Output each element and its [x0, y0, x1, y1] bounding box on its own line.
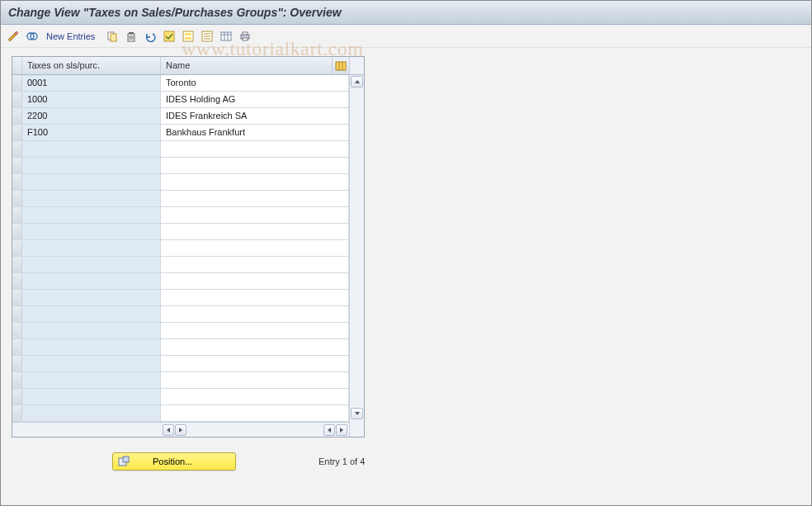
application-toolbar: New Entries — [0, 25, 812, 48]
page-title: Change View "Taxes on Sales/Purchases Gr… — [8, 6, 342, 19]
cell-code[interactable] — [22, 306, 161, 322]
cell-code[interactable] — [22, 257, 161, 272]
other-view-icon[interactable] — [24, 28, 40, 45]
row-selector[interactable] — [12, 339, 22, 355]
row-selector[interactable] — [12, 323, 22, 338]
table-row — [12, 240, 349, 257]
row-selector[interactable] — [12, 75, 22, 91]
row-selector[interactable] — [12, 108, 22, 124]
deselect-all-icon[interactable] — [199, 28, 215, 45]
table-row — [12, 372, 349, 389]
row-selector[interactable] — [12, 125, 22, 140]
scroll-right-icon[interactable] — [175, 424, 186, 436]
row-selector[interactable] — [12, 207, 22, 223]
cell-name[interactable] — [161, 257, 349, 272]
select-all-column-header[interactable] — [12, 57, 22, 74]
toggle-display-change-icon[interactable] — [5, 28, 21, 45]
cell-code[interactable] — [22, 273, 161, 289]
cell-code[interactable] — [22, 240, 161, 256]
cell-code[interactable] — [22, 323, 161, 338]
column-header-code[interactable]: Taxes on sls/purc. — [22, 57, 161, 74]
table-row — [12, 174, 349, 191]
row-selector[interactable] — [12, 389, 22, 404]
table-row — [12, 141, 349, 158]
row-selector[interactable] — [12, 158, 22, 173]
row-selector[interactable] — [12, 356, 22, 371]
cell-name[interactable] — [161, 389, 349, 404]
cell-name[interactable] — [161, 141, 349, 157]
scroll-left-end-icon[interactable] — [323, 424, 335, 436]
cell-name[interactable]: IDES Holding AG — [161, 92, 349, 107]
cell-name[interactable] — [161, 158, 349, 173]
svg-rect-10 — [183, 31, 193, 41]
undo-icon[interactable] — [142, 28, 158, 45]
position-button[interactable]: Position... — [112, 452, 236, 471]
vertical-scrollbar — [349, 57, 364, 437]
cell-name[interactable]: Bankhaus Frankfurt — [161, 125, 349, 140]
cell-name[interactable] — [161, 224, 349, 239]
cell-name[interactable] — [161, 323, 349, 338]
table-settings-icon[interactable] — [218, 28, 234, 45]
cell-name[interactable] — [161, 405, 349, 421]
copy-icon[interactable] — [104, 28, 120, 45]
svg-rect-22 — [243, 32, 248, 35]
cell-name[interactable]: Toronto — [161, 75, 349, 91]
row-selector[interactable] — [12, 224, 22, 239]
position-icon — [118, 456, 130, 467]
cell-code[interactable] — [22, 405, 161, 421]
row-selector[interactable] — [12, 141, 22, 157]
cell-code[interactable] — [22, 158, 161, 173]
cell-name[interactable] — [161, 207, 349, 223]
column-header-name[interactable]: Name — [161, 57, 333, 74]
cell-name[interactable] — [161, 191, 349, 206]
row-selector[interactable] — [12, 372, 22, 388]
cell-code[interactable] — [22, 191, 161, 206]
cell-name[interactable] — [161, 339, 349, 355]
svg-rect-9 — [164, 31, 174, 41]
row-selector[interactable] — [12, 306, 22, 322]
cell-code[interactable] — [22, 290, 161, 305]
table-row — [12, 257, 349, 273]
cell-code[interactable] — [22, 141, 161, 157]
delete-icon[interactable] — [123, 28, 139, 45]
cell-name[interactable] — [161, 240, 349, 256]
cell-name[interactable] — [161, 273, 349, 289]
row-selector[interactable] — [12, 240, 22, 256]
cell-code[interactable] — [22, 174, 161, 190]
row-selector[interactable] — [12, 191, 22, 206]
table-row: 1000IDES Holding AG — [12, 92, 349, 108]
cell-code[interactable] — [22, 224, 161, 239]
cell-code[interactable] — [22, 356, 161, 371]
cell-name[interactable] — [161, 372, 349, 388]
cell-code[interactable] — [22, 207, 161, 223]
scroll-left-icon[interactable] — [163, 424, 174, 436]
content-area: Taxes on sls/purc. Name 0001Toronto1000I… — [0, 48, 812, 471]
cell-code[interactable] — [22, 389, 161, 404]
cell-code[interactable]: 1000 — [22, 92, 161, 107]
scroll-up-icon[interactable] — [351, 76, 363, 87]
scroll-right-end-icon[interactable] — [336, 424, 347, 436]
row-selector[interactable] — [12, 92, 22, 107]
svg-rect-8 — [129, 32, 134, 34]
row-selector[interactable] — [12, 257, 22, 272]
cell-name[interactable] — [161, 290, 349, 305]
print-icon[interactable] — [237, 28, 253, 45]
scroll-down-icon[interactable] — [351, 408, 363, 419]
row-selector[interactable] — [12, 290, 22, 305]
row-selector[interactable] — [12, 174, 22, 190]
row-selector[interactable] — [12, 273, 22, 289]
cell-name[interactable] — [161, 174, 349, 190]
cell-name[interactable] — [161, 306, 349, 322]
cell-code[interactable] — [22, 339, 161, 355]
select-block-icon[interactable] — [180, 28, 196, 45]
cell-code[interactable] — [22, 372, 161, 388]
cell-code[interactable]: 0001 — [22, 75, 161, 91]
configure-columns-icon[interactable] — [333, 57, 349, 74]
cell-name[interactable] — [161, 356, 349, 371]
new-entries-button[interactable]: New Entries — [43, 31, 102, 41]
cell-name[interactable]: IDES Frankreich SA — [161, 108, 349, 124]
cell-code[interactable]: 2200 — [22, 108, 161, 124]
row-selector[interactable] — [12, 405, 22, 421]
cell-code[interactable]: F100 — [22, 125, 161, 140]
select-all-icon[interactable] — [161, 28, 177, 45]
